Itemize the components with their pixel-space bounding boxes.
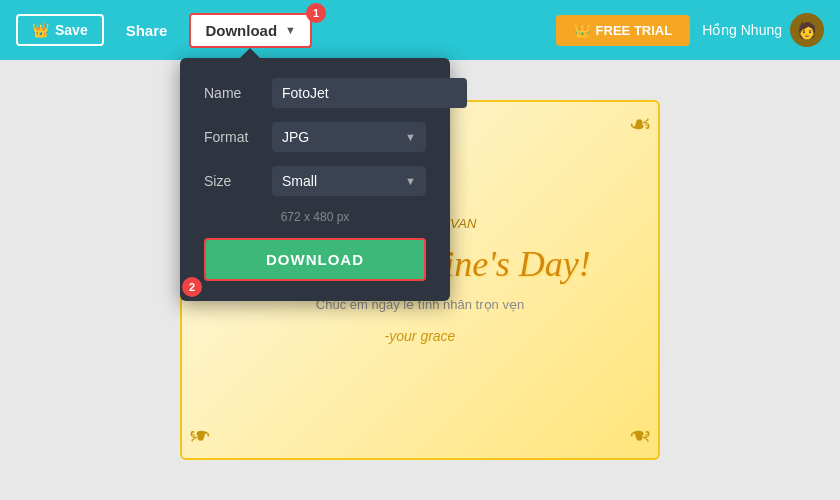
corner-bl-icon: ❧ — [188, 402, 238, 452]
save-button[interactable]: 👑 Save — [16, 14, 104, 46]
crown-icon: 👑 — [32, 22, 49, 38]
topbar: 👑 Save Share Download ▼ 1 👑 FREE TRIAL H… — [0, 0, 840, 60]
download-button-wrap: Download ▼ 1 — [189, 13, 312, 48]
corner-br-icon: ❧ — [602, 402, 652, 452]
trial-label: FREE TRIAL — [596, 23, 673, 38]
format-label: Format — [204, 129, 262, 145]
trial-crown-icon: 👑 — [574, 23, 590, 38]
name-field-row: Name — [204, 78, 426, 108]
name-input[interactable] — [272, 78, 467, 108]
do-download-button[interactable]: DOWNLOAD — [204, 238, 426, 281]
name-label: Name — [204, 85, 262, 101]
size-caret-icon: ▼ — [405, 175, 416, 187]
format-caret-icon: ▼ — [405, 131, 416, 143]
free-trial-button[interactable]: 👑 FREE TRIAL — [556, 15, 691, 46]
badge-1: 1 — [306, 3, 326, 23]
size-select[interactable]: Small ▼ — [272, 166, 426, 196]
avatar[interactable]: 🧑 — [790, 13, 824, 47]
download-dropdown: Name Format JPG ▼ Size Small ▼ 672 x 480… — [180, 58, 450, 301]
badge-2: 2 — [182, 277, 202, 297]
user-name: Hồng Nhung — [702, 22, 782, 38]
size-hint: 672 x 480 px — [204, 210, 426, 224]
user-info: Hồng Nhung 🧑 — [702, 13, 824, 47]
format-value: JPG — [282, 129, 309, 145]
size-label: Size — [204, 173, 262, 189]
download-btn-label: DOWNLOAD — [266, 251, 364, 268]
download-label: Download — [205, 22, 277, 39]
save-label: Save — [55, 22, 88, 38]
size-field-row: Size Small ▼ — [204, 166, 426, 196]
format-field-row: Format JPG ▼ — [204, 122, 426, 152]
share-label: Share — [126, 22, 168, 39]
download-button[interactable]: Download ▼ — [189, 13, 312, 48]
card-signature: -your grace — [385, 328, 456, 344]
size-value: Small — [282, 173, 317, 189]
format-select[interactable]: JPG ▼ — [272, 122, 426, 152]
dropdown-caret-icon: ▼ — [285, 24, 296, 36]
corner-tr-icon: ❧ — [602, 108, 652, 158]
share-button[interactable]: Share — [116, 16, 178, 45]
